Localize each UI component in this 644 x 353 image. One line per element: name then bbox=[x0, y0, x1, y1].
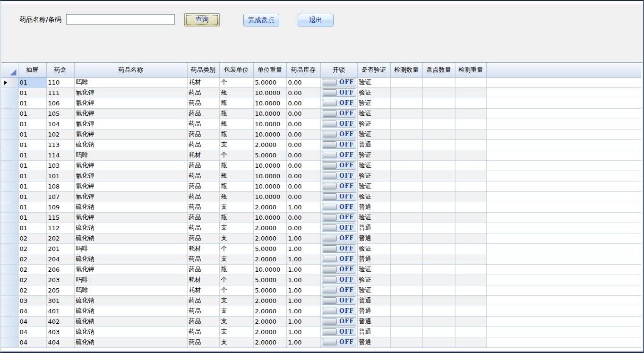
cell-unit[interactable]: 个 bbox=[219, 243, 253, 254]
cell-stock[interactable]: 0.00 bbox=[286, 129, 320, 139]
cell-box[interactable]: 113 bbox=[46, 139, 74, 150]
cell-unit_weight[interactable]: 10.0000 bbox=[253, 171, 286, 181]
toggle-handle[interactable] bbox=[323, 100, 337, 106]
cell-box[interactable]: 108 bbox=[46, 181, 74, 191]
cell-count_qty[interactable] bbox=[422, 254, 455, 264]
cell-box[interactable]: 201 bbox=[46, 243, 74, 254]
cell-detect_qty[interactable] bbox=[390, 254, 422, 264]
cell-unit[interactable]: 个 bbox=[219, 150, 253, 160]
cell-detect_weight[interactable] bbox=[455, 150, 486, 160]
cell-name[interactable]: 硫化钠 bbox=[74, 139, 187, 150]
cell-category[interactable]: 耗材 bbox=[187, 77, 219, 87]
cell-drawer[interactable]: 01 bbox=[18, 202, 46, 212]
cell-unit_weight[interactable]: 10.0000 bbox=[253, 191, 286, 202]
cell-lock[interactable]: OFF bbox=[320, 295, 357, 306]
cell-unit[interactable]: 支 bbox=[219, 327, 253, 337]
cell-unit[interactable]: 支 bbox=[219, 254, 253, 264]
cell-detect_qty[interactable] bbox=[390, 306, 422, 316]
cell-verify[interactable]: 验证 bbox=[357, 87, 390, 98]
lock-toggle[interactable]: OFF bbox=[322, 99, 356, 107]
cell-detect_weight[interactable] bbox=[455, 191, 486, 202]
cell-verify[interactable]: 验证 bbox=[357, 243, 390, 254]
cell-detect_weight[interactable] bbox=[455, 264, 486, 275]
cell-stock[interactable]: 0.00 bbox=[286, 119, 320, 129]
cell-verify[interactable]: 普通 bbox=[357, 202, 390, 212]
cell-lock[interactable]: OFF bbox=[320, 316, 357, 327]
cell-verify[interactable]: 验证 bbox=[357, 171, 390, 181]
row-header[interactable] bbox=[1, 191, 18, 202]
cell-category[interactable]: 耗材 bbox=[187, 243, 219, 254]
cell-detect_qty[interactable] bbox=[390, 87, 422, 98]
cell-stock[interactable]: 0.00 bbox=[286, 150, 320, 160]
cell-drawer[interactable]: 02 bbox=[18, 275, 46, 285]
cell-stock[interactable]: 0.00 bbox=[286, 181, 320, 191]
cell-name[interactable]: 硫化钠 bbox=[74, 254, 187, 264]
lock-toggle[interactable]: OFF bbox=[322, 140, 356, 149]
cell-unit_weight[interactable]: 10.0000 bbox=[253, 87, 286, 98]
cell-category[interactable]: 药品 bbox=[187, 233, 219, 243]
cell-count_qty[interactable] bbox=[422, 108, 455, 119]
cell-drawer[interactable]: 01 bbox=[18, 160, 46, 171]
cell-unit[interactable]: 瓶 bbox=[219, 119, 253, 129]
toggle-handle[interactable] bbox=[323, 152, 337, 158]
cell-stock[interactable]: 1.00 bbox=[286, 295, 320, 306]
cell-box[interactable]: 401 bbox=[46, 306, 74, 316]
cell-count_qty[interactable] bbox=[422, 191, 455, 202]
lock-toggle[interactable]: OFF bbox=[322, 286, 356, 294]
cell-detect_qty[interactable] bbox=[390, 212, 422, 223]
row-header[interactable] bbox=[1, 129, 18, 139]
cell-verify[interactable]: 验证 bbox=[357, 108, 390, 119]
cell-verify[interactable]: 普通 bbox=[357, 139, 390, 150]
cell-verify[interactable]: 普通 bbox=[357, 306, 390, 316]
row-header[interactable] bbox=[1, 212, 18, 223]
cell-count_qty[interactable] bbox=[422, 160, 455, 171]
cell-lock[interactable]: OFF bbox=[320, 129, 357, 139]
row-header[interactable] bbox=[1, 202, 18, 212]
cell-count_qty[interactable] bbox=[422, 119, 455, 129]
cell-detect_weight[interactable] bbox=[455, 98, 486, 108]
cell-verify[interactable]: 验证 bbox=[357, 150, 390, 160]
cell-lock[interactable]: OFF bbox=[320, 254, 357, 264]
cell-unit_weight[interactable]: 10.0000 bbox=[253, 264, 286, 275]
cell-box[interactable]: 203 bbox=[46, 275, 74, 285]
cell-category[interactable]: 药品 bbox=[187, 202, 219, 212]
column-header-stock[interactable]: 药品库存 bbox=[286, 63, 320, 77]
cell-detect_qty[interactable] bbox=[390, 233, 422, 243]
cell-name[interactable]: 氰化钾 bbox=[74, 160, 187, 171]
cell-lock[interactable]: OFF bbox=[320, 139, 357, 150]
cell-unit[interactable]: 支 bbox=[219, 233, 253, 243]
cell-unit_weight[interactable]: 2.0000 bbox=[253, 337, 286, 347]
lock-toggle[interactable]: OFF bbox=[322, 88, 356, 97]
toggle-handle[interactable] bbox=[323, 89, 337, 96]
cell-category[interactable]: 药品 bbox=[187, 98, 219, 108]
cell-name[interactable]: 氰化钾 bbox=[74, 129, 187, 139]
cell-stock[interactable]: 1.00 bbox=[286, 233, 320, 243]
query-button[interactable]: 查询 bbox=[184, 13, 220, 26]
cell-count_qty[interactable] bbox=[422, 212, 455, 223]
cell-unit_weight[interactable]: 10.0000 bbox=[253, 98, 286, 108]
row-header[interactable] bbox=[1, 233, 18, 243]
cell-category[interactable]: 耗材 bbox=[187, 275, 219, 285]
cell-detect_weight[interactable] bbox=[455, 77, 486, 87]
cell-verify[interactable]: 普通 bbox=[357, 295, 390, 306]
cell-box[interactable]: 105 bbox=[46, 108, 74, 119]
cell-detect_qty[interactable] bbox=[390, 150, 422, 160]
cell-stock[interactable]: 0.00 bbox=[286, 212, 320, 223]
cell-name[interactable]: 硫化钠 bbox=[74, 327, 187, 337]
cell-count_qty[interactable] bbox=[422, 264, 455, 275]
cell-verify[interactable]: 普通 bbox=[357, 337, 390, 347]
cell-unit_weight[interactable]: 2.0000 bbox=[253, 327, 286, 337]
cell-box[interactable]: 403 bbox=[46, 327, 74, 337]
cell-box[interactable]: 112 bbox=[46, 223, 74, 233]
cell-name[interactable]: 氰化钾 bbox=[74, 191, 187, 202]
cell-unit[interactable]: 瓶 bbox=[219, 171, 253, 181]
row-header[interactable] bbox=[1, 77, 18, 87]
cell-stock[interactable]: 0.00 bbox=[286, 191, 320, 202]
cell-category[interactable]: 药品 bbox=[187, 212, 219, 223]
toggle-handle[interactable] bbox=[323, 79, 337, 86]
cell-count_qty[interactable] bbox=[422, 337, 455, 347]
cell-unit[interactable]: 瓶 bbox=[219, 212, 253, 223]
lock-toggle[interactable]: OFF bbox=[322, 338, 356, 346]
column-header-detect_qty[interactable]: 检测数量 bbox=[390, 63, 422, 77]
cell-detect_qty[interactable] bbox=[390, 191, 422, 202]
